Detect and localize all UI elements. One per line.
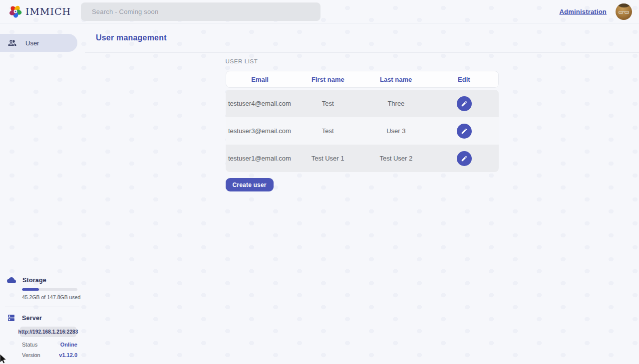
table-row: testuser4@email.com Test Three bbox=[226, 90, 499, 117]
top-bar: IMMICH Search - Coming soon Administrati… bbox=[0, 0, 639, 23]
column-header-last-name: Last name bbox=[362, 76, 430, 83]
sidebar: User Storage 45.2GB of 147.8GB used Serv… bbox=[0, 23, 85, 364]
top-right-actions: Administration bbox=[559, 0, 632, 23]
table-header: Email First name Last name Edit bbox=[226, 71, 499, 88]
server-icon bbox=[7, 314, 15, 322]
administration-link[interactable]: Administration bbox=[559, 8, 607, 15]
edit-user-button[interactable] bbox=[457, 96, 472, 111]
sidebar-footer: Storage 45.2GB of 147.8GB used Server ht… bbox=[0, 276, 85, 358]
server-title: Server bbox=[22, 315, 42, 322]
storage-usage-text: 45.2GB of 147.8GB used bbox=[22, 294, 85, 300]
page-title: User management bbox=[96, 33, 167, 42]
create-user-button[interactable]: Create user bbox=[226, 178, 274, 191]
server-url-badge: http://192.168.1.216:2283 bbox=[20, 327, 76, 337]
cell-email: testuser3@email.com bbox=[226, 127, 294, 135]
cell-first-name: Test bbox=[294, 127, 362, 135]
users-icon bbox=[7, 38, 17, 48]
main-panel: User management USER LIST Email First na… bbox=[85, 23, 639, 364]
column-header-first-name: First name bbox=[294, 76, 362, 83]
table-row: testuser3@email.com Test User 3 bbox=[226, 117, 499, 145]
search-placeholder: Search - Coming soon bbox=[92, 8, 158, 15]
cell-first-name: Test bbox=[294, 100, 362, 107]
immich-logo-icon bbox=[9, 5, 22, 18]
cell-first-name: Test User 1 bbox=[294, 155, 362, 162]
edit-user-button[interactable] bbox=[457, 124, 472, 139]
storage-section-header: Storage bbox=[7, 276, 85, 285]
storage-progress-fill bbox=[22, 288, 39, 291]
storage-title: Storage bbox=[22, 277, 46, 284]
sidebar-item-user[interactable]: User bbox=[0, 34, 77, 52]
storage-progress-bar bbox=[22, 288, 77, 291]
status-label: Status bbox=[22, 342, 37, 348]
edit-user-button[interactable] bbox=[457, 151, 472, 166]
column-header-email: Email bbox=[226, 76, 294, 83]
brand-name: IMMICH bbox=[25, 6, 71, 17]
cell-last-name: User 3 bbox=[362, 127, 430, 135]
sidebar-item-label: User bbox=[25, 39, 39, 47]
avatar-photo-detail bbox=[623, 11, 625, 12]
avatar-photo-detail bbox=[618, 3, 631, 7]
page-header: User management bbox=[85, 23, 639, 53]
server-status-row: Status Online bbox=[22, 342, 77, 348]
server-section-header: Server bbox=[7, 314, 85, 322]
mouse-cursor bbox=[0, 354, 8, 364]
column-header-edit: Edit bbox=[430, 76, 498, 83]
user-list-section: USER LIST Email First name Last name Edi… bbox=[226, 58, 499, 191]
brand[interactable]: IMMICH bbox=[0, 5, 81, 18]
cell-last-name: Test User 2 bbox=[362, 155, 430, 162]
version-label: Version bbox=[22, 352, 40, 358]
server-version-row: Version v1.12.0 bbox=[22, 352, 77, 358]
cell-last-name: Three bbox=[362, 100, 430, 107]
sidebar-divider bbox=[5, 307, 79, 307]
cell-email: testuser4@email.com bbox=[226, 100, 294, 107]
user-avatar[interactable] bbox=[616, 3, 632, 20]
pencil-icon bbox=[461, 100, 468, 107]
version-value: v1.12.0 bbox=[59, 352, 77, 358]
section-title: USER LIST bbox=[226, 58, 499, 64]
server-url: http://192.168.1.216:2283 bbox=[18, 329, 78, 335]
pencil-icon bbox=[461, 155, 468, 162]
cell-email: testuser1@email.com bbox=[226, 155, 294, 162]
table-row: testuser1@email.com Test User 1 Test Use… bbox=[226, 145, 499, 172]
avatar-photo-detail bbox=[625, 11, 629, 14]
pencil-icon bbox=[461, 128, 468, 135]
user-table: testuser4@email.com Test Three testuser3… bbox=[226, 90, 499, 172]
cloud-icon bbox=[7, 276, 16, 285]
status-value: Online bbox=[60, 342, 77, 348]
search-bar[interactable]: Search - Coming soon bbox=[81, 2, 320, 21]
